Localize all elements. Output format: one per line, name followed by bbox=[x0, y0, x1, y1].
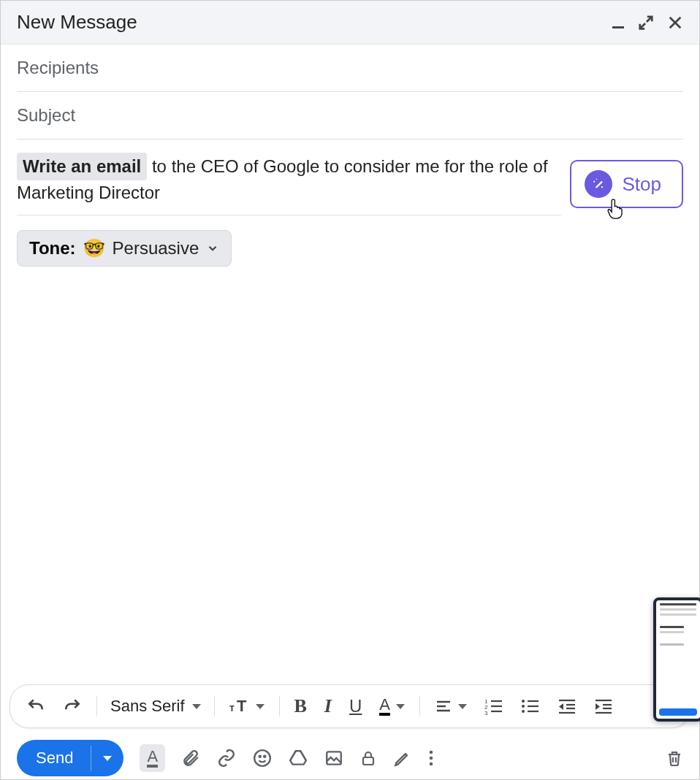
svg-point-16 bbox=[522, 705, 525, 708]
recipients-field[interactable]: Recipients bbox=[17, 45, 683, 92]
ai-prompt-row: Write an email to the CEO of Google to c… bbox=[1, 139, 699, 224]
window-controls bbox=[612, 15, 683, 31]
svg-point-3 bbox=[596, 179, 597, 180]
compose-body[interactable] bbox=[1, 267, 699, 684]
thumb-stripe bbox=[660, 613, 696, 616]
send-options-dropdown[interactable] bbox=[91, 746, 123, 771]
compose-window: New Message Recipients Subject bbox=[0, 0, 700, 780]
svg-marker-30 bbox=[596, 703, 600, 710]
bold-button[interactable]: B bbox=[289, 691, 313, 722]
insert-signature-button[interactable] bbox=[393, 749, 412, 768]
recipients-placeholder: Recipients bbox=[17, 58, 99, 77]
dropdown-caret-icon bbox=[396, 704, 405, 709]
dropdown-caret-icon bbox=[192, 704, 201, 709]
svg-point-38 bbox=[430, 762, 433, 766]
insert-emoji-button[interactable] bbox=[253, 749, 272, 768]
tone-emoji-icon: 🤓 bbox=[83, 238, 105, 259]
svg-rect-0 bbox=[612, 26, 624, 28]
bulleted-list-button[interactable] bbox=[515, 693, 546, 719]
thumb-stripe bbox=[660, 608, 696, 611]
svg-point-15 bbox=[522, 700, 525, 703]
indent-less-button[interactable] bbox=[552, 693, 582, 719]
underline-icon: U bbox=[349, 696, 362, 716]
undo-button[interactable] bbox=[20, 692, 51, 720]
subject-field[interactable]: Subject bbox=[17, 92, 683, 139]
tone-selector[interactable]: Tone: 🤓 Persuasive bbox=[17, 230, 232, 267]
indent-more-button[interactable] bbox=[588, 693, 619, 719]
italic-icon: I bbox=[324, 695, 332, 717]
send-button[interactable]: Send bbox=[17, 740, 123, 776]
dropdown-caret-icon bbox=[458, 704, 467, 709]
svg-rect-35 bbox=[363, 757, 373, 765]
magic-wand-icon bbox=[585, 170, 612, 198]
dropdown-caret-icon bbox=[256, 704, 265, 709]
text-color-button[interactable]: A bbox=[373, 692, 411, 720]
insert-link-button[interactable] bbox=[216, 749, 237, 768]
svg-point-17 bbox=[522, 710, 525, 713]
format-a-icon: A bbox=[147, 749, 158, 768]
svg-point-36 bbox=[430, 751, 433, 754]
chevron-down-icon bbox=[206, 242, 219, 255]
thumb-stripe bbox=[660, 643, 684, 646]
svg-point-31 bbox=[254, 750, 270, 766]
toolbar-separator bbox=[214, 696, 215, 716]
align-button[interactable] bbox=[429, 693, 473, 719]
svg-text:T: T bbox=[237, 697, 247, 715]
compose-title: New Message bbox=[17, 11, 137, 34]
compose-bottom-bar: Send A bbox=[1, 735, 699, 779]
compose-fields: Recipients Subject bbox=[1, 45, 699, 139]
underline-button[interactable]: U bbox=[343, 692, 368, 721]
toolbar-separator bbox=[96, 696, 97, 716]
text-color-icon: A bbox=[379, 697, 390, 716]
font-size-select[interactable]: тT bbox=[224, 693, 270, 719]
thumb-stripe bbox=[660, 626, 684, 628]
close-icon[interactable] bbox=[667, 15, 683, 31]
toggle-formatting-button[interactable]: A bbox=[140, 744, 165, 772]
ai-prompt-input[interactable]: Write an email to the CEO of Google to c… bbox=[17, 153, 561, 215]
svg-point-37 bbox=[430, 757, 433, 760]
attach-file-button[interactable] bbox=[181, 749, 200, 768]
svg-point-32 bbox=[259, 756, 261, 757]
expand-icon[interactable] bbox=[638, 15, 654, 31]
confidential-mode-button[interactable] bbox=[359, 749, 377, 768]
minimize-icon[interactable] bbox=[612, 16, 625, 29]
compose-header: New Message bbox=[1, 1, 699, 45]
toolbar-separator bbox=[279, 696, 280, 716]
bold-icon: B bbox=[294, 695, 307, 717]
send-button-label: Send bbox=[17, 740, 91, 776]
dropdown-caret-icon bbox=[103, 756, 112, 761]
discard-draft-button[interactable] bbox=[666, 749, 683, 768]
thumbnail-preview bbox=[653, 597, 700, 722]
thumb-bottom-bar bbox=[659, 708, 697, 716]
svg-point-33 bbox=[264, 756, 265, 757]
subject-placeholder: Subject bbox=[17, 105, 75, 125]
format-toolbar: Sans Serif тT B I U A 123 bbox=[9, 684, 691, 728]
tone-row: Tone: 🤓 Persuasive bbox=[1, 230, 699, 267]
thumb-stripe bbox=[660, 631, 684, 633]
italic-button[interactable]: I bbox=[319, 691, 338, 722]
tone-label: Tone: bbox=[29, 238, 76, 259]
more-options-button[interactable] bbox=[428, 749, 434, 768]
svg-text:т: т bbox=[229, 702, 235, 714]
stop-button-label: Stop bbox=[623, 173, 662, 196]
font-family-select[interactable]: Sans Serif bbox=[106, 697, 205, 716]
bottom-left-actions: Send A bbox=[17, 740, 434, 776]
thumb-stripe bbox=[660, 603, 696, 605]
stop-button[interactable]: Stop bbox=[570, 160, 684, 208]
numbered-list-button[interactable]: 123 bbox=[479, 693, 509, 719]
prompt-command-pill: Write an email bbox=[17, 153, 147, 180]
svg-marker-25 bbox=[559, 703, 563, 710]
tone-value: Persuasive bbox=[113, 238, 199, 259]
redo-button[interactable] bbox=[57, 692, 88, 720]
insert-drive-button[interactable] bbox=[288, 749, 308, 768]
insert-photo-button[interactable] bbox=[324, 749, 343, 768]
font-family-value: Sans Serif bbox=[110, 697, 185, 716]
cursor-pointer-icon bbox=[606, 198, 625, 220]
svg-point-1 bbox=[593, 181, 595, 183]
svg-text:3: 3 bbox=[484, 710, 488, 715]
toolbar-separator bbox=[419, 696, 420, 716]
svg-point-2 bbox=[601, 186, 602, 188]
